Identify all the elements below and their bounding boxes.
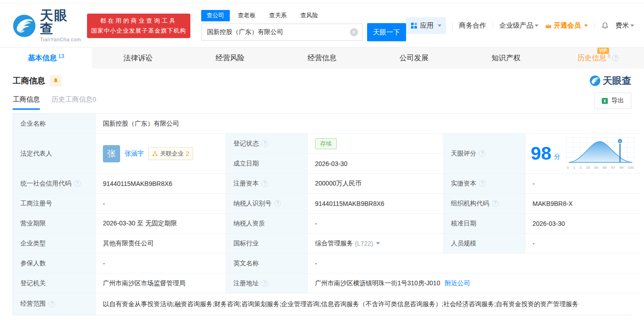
- label-text: 天眼评分: [451, 150, 476, 158]
- monitor-bell-button[interactable]: [50, 75, 62, 87]
- search-tab-relation[interactable]: 查关系: [264, 10, 292, 21]
- field-value-reg-capital: 200000万人民币: [308, 174, 444, 194]
- field-value-taxpayer-quality: -: [308, 214, 444, 234]
- score-distribution-chart: 0131550859799100: [566, 137, 635, 170]
- axis-tick: 3: [580, 166, 581, 170]
- notification-bell-button[interactable]: [601, 22, 609, 30]
- tab-operating-risk[interactable]: 经营风险: [184, 48, 276, 68]
- field-value-company-type: 其他有限责任公司: [96, 234, 226, 254]
- open-vip-button[interactable]: 开通会员: [545, 21, 588, 30]
- field-label-business-term: 营业期限: [13, 214, 96, 234]
- subtab-history-registration[interactable]: 历史工商信息0: [52, 95, 96, 110]
- legal-rep-link[interactable]: 张涵宇: [125, 150, 144, 158]
- search-tab-company[interactable]: 查公司: [201, 10, 230, 21]
- field-label-english-name: 英文名称: [226, 254, 308, 273]
- axis-tick: 100: [628, 166, 634, 170]
- address-text: 广州市南沙区横沥镇明珠一街1号310房-J010: [315, 279, 440, 288]
- field-label-score: 天眼评分: [444, 134, 525, 174]
- tianyancha-logo-icon: [13, 14, 36, 38]
- related-companies-label: 关联企业: [160, 150, 184, 158]
- related-companies-count: 2: [186, 150, 189, 157]
- label-text: 统一社会信用代码: [20, 180, 71, 188]
- help-icon[interactable]: [48, 301, 55, 307]
- search-area: 查公司 查老板 查关系 查风险 ✕ 天眼一下: [201, 10, 406, 41]
- apps-menu[interactable]: 应用: [406, 17, 446, 34]
- search-tab-risk[interactable]: 查风险: [295, 10, 324, 21]
- section-title: 工商信息: [13, 75, 45, 86]
- export-button[interactable]: 导出: [594, 93, 631, 109]
- help-icon[interactable]: [261, 280, 268, 287]
- tab-label: 历史信息: [577, 54, 606, 63]
- field-label-company-type: 企业类型: [13, 234, 96, 254]
- tab-label: 经营风险: [216, 54, 245, 63]
- field-label-business-scope: 经营范围: [13, 293, 96, 315]
- field-label-reg-authority: 登记机关: [13, 273, 96, 293]
- axis-tick: 50: [594, 166, 598, 170]
- help-icon[interactable]: [261, 180, 268, 187]
- field-value-org-code: MAKB9BR8-X: [525, 194, 640, 214]
- chevron-down-icon: [584, 24, 588, 27]
- subtab-business-registration[interactable]: 工商信息: [13, 95, 40, 110]
- help-icon[interactable]: [479, 150, 486, 157]
- field-label-reg-capital: 注册资本: [226, 174, 308, 194]
- related-companies-badge[interactable]: 关联企业 2: [148, 147, 193, 160]
- excel-icon: [601, 98, 608, 104]
- nav-enterprise-products[interactable]: 企业级产品: [499, 21, 538, 30]
- help-icon[interactable]: [74, 180, 81, 187]
- field-value-reg-status: 存续: [308, 134, 444, 154]
- field-label-staff-size: 人员规模: [444, 234, 525, 254]
- status-badge: 存续: [315, 138, 337, 149]
- axis-tick: 15: [586, 166, 590, 170]
- help-icon[interactable]: [612, 55, 619, 61]
- search-input-wrap: ✕: [201, 24, 363, 41]
- field-label-org-code: 组织机构代码: [444, 194, 525, 214]
- help-icon[interactable]: [261, 140, 268, 147]
- field-value-approval-date: 2026-03-30: [525, 214, 640, 234]
- nav-business-cooperation[interactable]: 商务合作: [459, 21, 486, 30]
- bell-curve: [566, 137, 635, 164]
- chevron-down-icon: [535, 24, 538, 27]
- label-text: 组织机构代码: [451, 200, 489, 208]
- axis-tick: 0: [567, 166, 569, 170]
- field-label-industry: 国标行业: [226, 234, 308, 254]
- score-unit: 分: [554, 153, 561, 161]
- tab-basic-info[interactable]: 基本信息 13: [0, 48, 92, 68]
- score-number: 98: [531, 144, 552, 163]
- apps-label: 应用: [420, 21, 434, 30]
- label-text: 注册地址: [233, 279, 259, 288]
- field-value-business-term: 2026-03-30 至 无固定期限: [96, 214, 226, 234]
- field-value-english-name: -: [308, 254, 640, 273]
- nearby-companies-link[interactable]: 附近公司: [445, 279, 470, 288]
- search-input[interactable]: [201, 24, 363, 41]
- tab-business-info[interactable]: 经营信息: [276, 48, 368, 68]
- tab-company-development[interactable]: 公司发展: [368, 48, 460, 68]
- search-button[interactable]: 天眼一下: [367, 23, 406, 41]
- site-header: 天眼查 TianYanCha.com 都在用的商业查询工具 国家中小企业发展子基…: [0, 4, 644, 47]
- tianyancha-logo[interactable]: 天眼查 TianYanCha.com: [13, 9, 82, 42]
- field-value-establish-date: 2026-03-30: [308, 154, 444, 174]
- tianyancha-watermark: 天眼查: [590, 74, 631, 87]
- apps-grid-icon: [411, 22, 417, 29]
- axis-tick: 97: [611, 166, 615, 170]
- open-vip-label: 开通会员: [554, 21, 581, 30]
- label-text: 经营范围: [20, 300, 46, 308]
- help-icon[interactable]: [492, 200, 499, 207]
- search-tab-boss[interactable]: 查老板: [232, 10, 261, 21]
- brand-domain: TianYanCha.com: [40, 37, 82, 42]
- help-icon[interactable]: [274, 200, 281, 207]
- chevron-down-icon[interactable]: [376, 242, 380, 244]
- tab-intellectual-property[interactable]: 知识产权: [460, 48, 552, 68]
- industry-code: (L722): [355, 240, 373, 247]
- business-coop-label: 商务合作: [459, 21, 486, 30]
- avatar[interactable]: 张: [103, 145, 120, 162]
- tab-legal-proceedings[interactable]: 法律诉讼: [92, 48, 184, 68]
- tab-history-info[interactable]: 历史信息 VIP 6: [552, 48, 644, 68]
- tab-count: 13: [58, 53, 64, 59]
- field-value-legal-rep: 张 张涵宇 关联企业 2: [96, 134, 226, 174]
- business-info-table: 企业名称 国新控股（广东）有限公司 法定代表人 张 张涵宇 关联企业 2 登记状…: [13, 113, 631, 315]
- help-icon[interactable]: [479, 180, 486, 187]
- user-menu[interactable]: 费米: [615, 21, 634, 30]
- tab-label: 公司发展: [400, 54, 429, 63]
- field-label-uscc: 统一社会信用代码: [13, 174, 96, 194]
- clear-input-icon[interactable]: ✕: [350, 28, 358, 36]
